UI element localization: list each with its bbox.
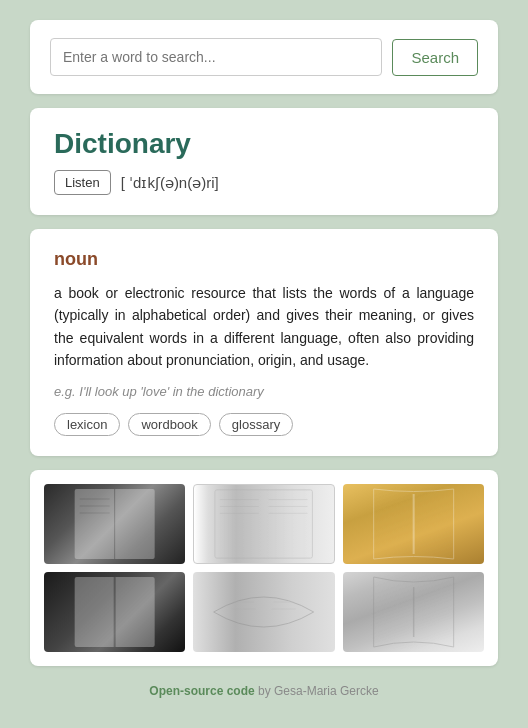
- listen-button[interactable]: Listen: [54, 170, 111, 195]
- images-card: [30, 470, 498, 666]
- pronunciation-text: [ ˈdɪkʃ(ə)n(ə)ri]: [121, 174, 219, 192]
- part-of-speech: noun: [54, 249, 474, 270]
- synonyms-row: lexicon wordbook glossary: [54, 413, 474, 436]
- dict-image-5[interactable]: [193, 572, 334, 652]
- dict-image-2[interactable]: [193, 484, 334, 564]
- definition-card: noun a book or electronic resource that …: [30, 229, 498, 456]
- images-grid: [44, 484, 484, 652]
- synonym-tag-glossary[interactable]: glossary: [219, 413, 293, 436]
- pronunciation-row: Listen [ ˈdɪkʃ(ə)n(ə)ri]: [54, 170, 474, 195]
- example-text: e.g. I'll look up 'love' in the dictiona…: [54, 384, 474, 399]
- search-input[interactable]: [50, 38, 382, 76]
- dict-image-4[interactable]: [44, 572, 185, 652]
- svg-rect-5: [215, 489, 313, 557]
- dictionary-word-card: Dictionary Listen [ ˈdɪkʃ(ə)n(ə)ri]: [30, 108, 498, 215]
- dict-image-1[interactable]: [44, 484, 185, 564]
- synonym-tag-lexicon[interactable]: lexicon: [54, 413, 120, 436]
- dict-image-6[interactable]: [343, 572, 484, 652]
- definition-text: a book or electronic resource that lists…: [54, 282, 474, 372]
- search-button[interactable]: Search: [392, 39, 478, 76]
- synonym-tag-wordbook[interactable]: wordbook: [128, 413, 210, 436]
- footer: Open-source code by Gesa-Maria Gercke: [149, 684, 378, 698]
- search-card: Search: [30, 20, 498, 94]
- word-title: Dictionary: [54, 128, 474, 160]
- footer-link[interactable]: Open-source code: [149, 684, 254, 698]
- footer-suffix: by Gesa-Maria Gercke: [255, 684, 379, 698]
- dict-image-3[interactable]: [343, 484, 484, 564]
